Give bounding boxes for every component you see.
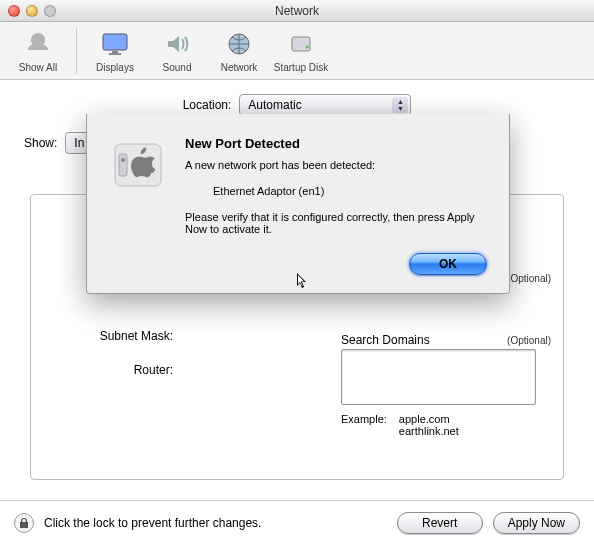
window-title: Network <box>0 4 594 18</box>
apply-now-button[interactable]: Apply Now <box>493 512 580 534</box>
displays-icon <box>99 28 131 60</box>
toolbar-network-label: Network <box>221 62 258 73</box>
svg-rect-4 <box>292 37 310 51</box>
lock-icon <box>19 517 29 529</box>
location-value: Automatic <box>248 98 301 112</box>
show-label: Show: <box>24 136 57 150</box>
preferences-toolbar: Show All Displays Sound Network Startup … <box>0 22 594 80</box>
divider <box>76 28 77 74</box>
svg-rect-0 <box>103 34 127 50</box>
toolbar-displays-label: Displays <box>96 62 134 73</box>
location-label: Location: <box>183 98 232 112</box>
network-icon <box>223 28 255 60</box>
sheet-device: Ethernet Adaptor (en1) <box>213 185 487 197</box>
optional-label-2: (Optional) <box>507 335 551 346</box>
toolbar-show-all-label: Show All <box>19 62 57 73</box>
new-port-sheet: New Port Detected A new network port has… <box>86 114 510 294</box>
show-value: In <box>74 136 84 150</box>
example-domain-2: earthlink.net <box>399 425 459 437</box>
toolbar-sound-label: Sound <box>163 62 192 73</box>
sheet-ok-button[interactable]: OK <box>409 253 487 275</box>
revert-button[interactable]: Revert <box>397 512 483 534</box>
sheet-title: New Port Detected <box>185 136 487 151</box>
optional-label-1: (Optional) <box>507 273 551 284</box>
example-domain-1: apple.com <box>399 413 459 425</box>
search-domains-input[interactable] <box>341 349 536 405</box>
stepper-icon: ▲▼ <box>392 97 408 113</box>
svg-rect-7 <box>119 154 127 176</box>
example-label: Example: <box>341 413 387 437</box>
router-label: Router: <box>43 363 173 377</box>
startup-disk-icon <box>285 28 317 60</box>
lock-text: Click the lock to prevent further change… <box>44 516 261 530</box>
sheet-line-2: Please verify that it is configured corr… <box>185 211 487 235</box>
sheet-line-1: A new network port has been detected: <box>185 159 487 171</box>
svg-point-8 <box>121 158 125 162</box>
search-domains-label: Search Domains <box>341 333 430 347</box>
toolbar-show-all[interactable]: Show All <box>10 28 66 73</box>
window-titlebar: Network <box>0 0 594 22</box>
lock-button[interactable] <box>14 513 34 533</box>
location-select[interactable]: Automatic ▲▼ <box>239 94 411 116</box>
sound-icon <box>161 28 193 60</box>
show-all-icon <box>22 28 54 60</box>
toolbar-startup-disk-label: Startup Disk <box>274 62 328 73</box>
toolbar-displays[interactable]: Displays <box>87 28 143 73</box>
sheet-app-icon <box>109 136 167 194</box>
svg-rect-2 <box>109 53 121 55</box>
subnet-mask-label: Subnet Mask: <box>43 329 173 343</box>
bottom-bar: Click the lock to prevent further change… <box>0 500 594 544</box>
svg-point-5 <box>306 46 309 49</box>
svg-rect-1 <box>112 51 118 53</box>
toolbar-sound[interactable]: Sound <box>149 28 205 73</box>
toolbar-startup-disk[interactable]: Startup Disk <box>273 28 329 73</box>
toolbar-network[interactable]: Network <box>211 28 267 73</box>
